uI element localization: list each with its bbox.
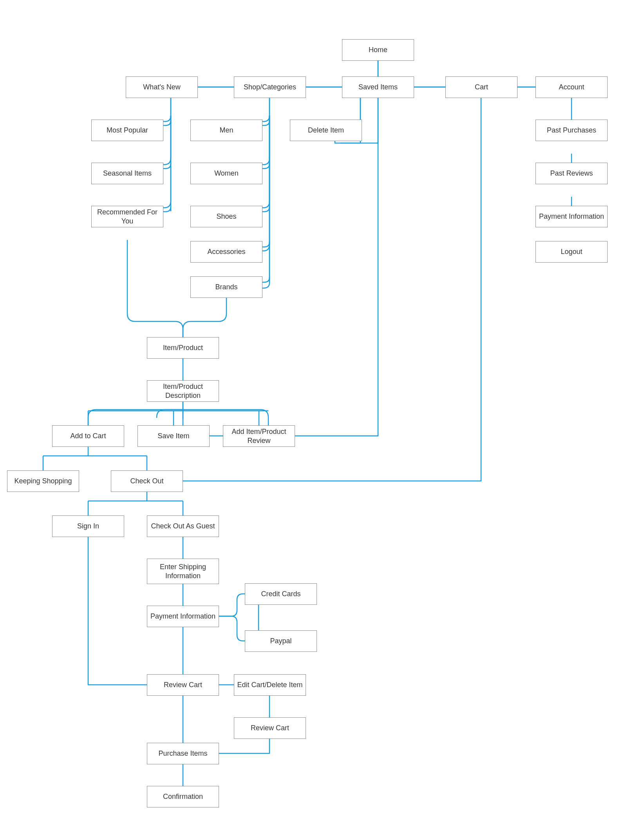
label: Payment Information	[539, 212, 604, 221]
node-edit-cart: Edit Cart/Delete Item	[234, 674, 306, 696]
node-recommended: Recommended For You	[91, 206, 163, 227]
node-add-review: Add Item/Product Review	[223, 425, 295, 447]
label: Shop/Categories	[244, 83, 296, 92]
label: Shoes	[216, 212, 236, 221]
node-save-item: Save Item	[137, 425, 210, 447]
label: Accessories	[207, 247, 245, 256]
label: Brands	[215, 283, 237, 292]
node-most-popular: Most Popular	[91, 120, 163, 141]
node-confirmation: Confirmation	[147, 786, 219, 807]
label: Past Reviews	[550, 169, 593, 178]
label: Saved Items	[358, 83, 398, 92]
label: Women	[214, 169, 239, 178]
label: Sign In	[77, 522, 99, 531]
node-item-description: Item/Product Description	[147, 380, 219, 402]
label: Confirmation	[163, 792, 203, 801]
node-check-out: Check Out	[111, 470, 183, 492]
label: Account	[559, 83, 584, 92]
label: Check Out	[130, 477, 163, 486]
label: Keeping Shopping	[14, 477, 72, 486]
node-account: Account	[535, 76, 608, 98]
label: Seasonal Items	[103, 169, 152, 178]
node-review-cart: Review Cart	[147, 674, 219, 696]
node-accessories: Accessories	[190, 241, 262, 263]
label: Enter Shipping Information	[149, 562, 217, 580]
label: Home	[369, 45, 387, 54]
node-past-reviews: Past Reviews	[535, 163, 608, 184]
node-sign-in: Sign In	[52, 515, 124, 537]
label: Paypal	[270, 637, 291, 646]
label: Payment Information	[150, 612, 215, 621]
node-shoes: Shoes	[190, 206, 262, 227]
node-add-to-cart: Add to Cart	[52, 425, 124, 447]
node-women: Women	[190, 163, 262, 184]
node-men: Men	[190, 120, 262, 141]
node-review-cart-2: Review Cart	[234, 717, 306, 739]
label: Add to Cart	[70, 432, 106, 441]
node-delete-item: Delete Item	[290, 120, 362, 141]
label: Add Item/Product Review	[225, 427, 293, 445]
node-item-product: Item/Product	[147, 337, 219, 359]
node-keeping-shopping: Keeping Shopping	[7, 470, 79, 492]
label: Review Cart	[251, 724, 289, 733]
node-payment-information: Payment Information	[147, 606, 219, 627]
label: Past Purchases	[547, 126, 596, 135]
node-purchase-items: Purchase Items	[147, 743, 219, 764]
label: What's New	[143, 83, 180, 92]
node-saved-items: Saved Items	[342, 76, 414, 98]
node-seasonal-items: Seasonal Items	[91, 163, 163, 184]
label: Most Popular	[107, 126, 148, 135]
node-cart: Cart	[445, 76, 517, 98]
label: Men	[219, 126, 233, 135]
node-past-purchases: Past Purchases	[535, 120, 608, 141]
node-home: Home	[342, 39, 414, 61]
label: Logout	[561, 247, 582, 256]
node-paypal: Paypal	[245, 630, 317, 652]
label: Review Cart	[164, 680, 202, 689]
label: Item/Product	[163, 343, 203, 352]
node-brands: Brands	[190, 276, 262, 298]
label: Edit Cart/Delete Item	[237, 680, 302, 689]
node-check-out-guest: Check Out As Guest	[147, 515, 219, 537]
node-shop-categories: Shop/Categories	[234, 76, 306, 98]
label: Save Item	[157, 432, 189, 441]
label: Item/Product Description	[149, 382, 217, 400]
diagram-canvas: Home What's New Shop/Categories Saved It…	[0, 0, 644, 831]
node-logout: Logout	[535, 241, 608, 263]
label: Credit Cards	[261, 590, 300, 599]
node-enter-shipping: Enter Shipping Information	[147, 559, 219, 584]
node-payment-information-acct: Payment Information	[535, 206, 608, 227]
label: Cart	[475, 83, 488, 92]
label: Purchase Items	[158, 749, 207, 758]
node-whats-new: What's New	[126, 76, 198, 98]
node-credit-cards: Credit Cards	[245, 583, 317, 605]
label: Delete Item	[308, 126, 344, 135]
label: Recommended For You	[93, 208, 161, 225]
label: Check Out As Guest	[151, 522, 215, 531]
